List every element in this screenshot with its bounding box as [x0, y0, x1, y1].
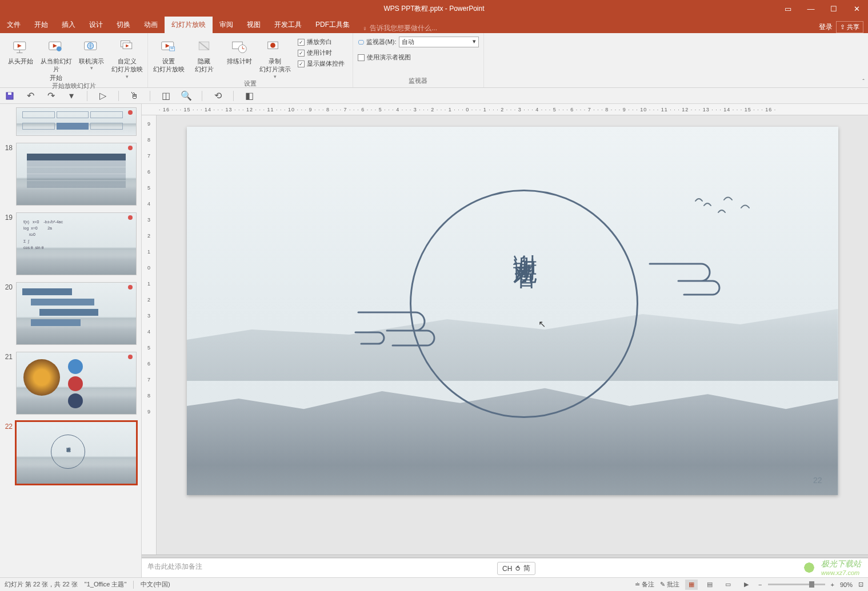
slide-sorter-view-button[interactable]: ▤: [703, 580, 716, 590]
fit-to-window-button[interactable]: ⊡: [858, 581, 863, 588]
redo-button[interactable]: ↷: [46, 91, 56, 101]
status-bar: 幻灯片 第 22 张，共 22 张 "1_Office 主题" 中文(中国) ≐…: [0, 577, 868, 591]
qat-customize-button[interactable]: ▾: [66, 91, 77, 101]
tab-insert[interactable]: 插入: [55, 17, 82, 33]
tab-transition[interactable]: 切换: [110, 17, 137, 33]
vertical-ruler[interactable]: 9876543210123456789: [142, 115, 157, 554]
record-icon: [266, 38, 284, 56]
cloud-decoration-left: [347, 304, 444, 352]
presenter-view-checkbox[interactable]: 使用演示者视图: [358, 53, 411, 62]
circle-decoration: [410, 190, 638, 418]
normal-view-button[interactable]: ▦: [685, 580, 698, 590]
birds-decoration: [690, 195, 770, 232]
hide-slide-button[interactable]: 隐藏 幻灯片: [188, 35, 220, 74]
slide-canvas-area[interactable]: 谢谢观看！ ↖ 22: [157, 115, 868, 554]
clock-icon: [230, 38, 249, 56]
svg-point-6: [57, 46, 62, 51]
title-bar: WPS PPT教程.pptx - PowerPoint ▭ — ☐ ✕: [0, 0, 868, 17]
monitor-select[interactable]: 自动 ▾: [399, 37, 479, 47]
thumbnail-22[interactable]: 22 谢谢观看: [0, 418, 141, 488]
undo-button[interactable]: ↶: [25, 91, 35, 101]
mouse-mode-button[interactable]: 🖱: [129, 91, 139, 101]
notes-toggle[interactable]: ≐ 备注: [635, 580, 654, 589]
tab-animation[interactable]: 动画: [137, 17, 165, 33]
chevron-down-icon: ▾: [473, 38, 476, 46]
share-icon: ⇪: [840, 23, 845, 30]
tab-design[interactable]: 设计: [82, 17, 110, 33]
svg-point-24: [270, 43, 275, 48]
share-button[interactable]: ⇪ 共享: [836, 21, 863, 33]
thumbnail-18[interactable]: 18: [0, 139, 141, 209]
watermark: 极光下载站 www.xz7.com: [801, 559, 861, 576]
checkbox-unchecked-icon: [358, 54, 365, 61]
ribbon: 从头开始 从当前幻灯片 开始 联机演示 ▾ 自定义 幻灯片放映: [0, 33, 868, 88]
reading-view-button[interactable]: ▭: [722, 580, 734, 590]
ime-indicator[interactable]: CH ⥀ 简: [497, 562, 535, 575]
collapse-ribbon-button[interactable]: ˆ: [862, 78, 865, 85]
tab-review[interactable]: 审阅: [213, 17, 240, 33]
slide-title-text[interactable]: 谢谢观看！: [507, 235, 543, 276]
tell-me-search[interactable]: ♀ 告诉我您想要做什么...: [362, 23, 437, 33]
hide-slide-icon: [195, 38, 213, 56]
rehearse-timings-button[interactable]: 排练计时: [223, 35, 255, 65]
thumbnail-21[interactable]: 21: [0, 348, 141, 418]
custom-slideshow-icon: [118, 38, 136, 56]
play-narrations-checkbox[interactable]: ✓ 播放旁白: [298, 38, 345, 46]
from-current-button[interactable]: 从当前幻灯片 开始: [40, 35, 72, 82]
monitor-icon: 🖵: [358, 39, 364, 46]
save-button[interactable]: [5, 91, 15, 101]
checkbox-checked-icon: ✓: [298, 50, 305, 57]
show-media-controls-checkbox[interactable]: ✓ 显示媒体控件: [298, 59, 345, 68]
tab-pdf[interactable]: PDF工具集: [309, 17, 357, 33]
setup-slideshow-button[interactable]: 设置 幻灯片放映: [153, 35, 185, 74]
qat-tool-3[interactable]: ⟲: [213, 91, 223, 101]
zoom-out-button[interactable]: −: [758, 581, 762, 588]
maximize-button[interactable]: ☐: [822, 0, 845, 17]
from-beginning-button[interactable]: 从头开始: [5, 35, 37, 65]
menu-tabs: 文件 开始 插入 设计 切换 动画 幻灯片放映 审阅 视图 开发工具 PDF工具…: [0, 17, 868, 33]
horizontal-ruler[interactable]: · 16 · · · 15 · · · 14 · · · 13 · · · 12…: [142, 104, 868, 115]
qat-tool-2[interactable]: 🔍: [181, 91, 191, 101]
start-slideshow-button[interactable]: ▷: [98, 91, 108, 101]
ime-icon: ⥀: [515, 565, 520, 573]
ribbon-options-icon[interactable]: ▭: [777, 0, 799, 17]
quick-access-toolbar: ↶ ↷ ▾ ▷ 🖱 ◫ 🔍 ⟲ ◧: [0, 88, 868, 104]
thumbnail-panel[interactable]: 18 19 f(x) x<0 -b±√b²-4aclog x=0 2a x≥0Σ…: [0, 104, 142, 577]
minimize-button[interactable]: —: [799, 0, 822, 17]
tab-view[interactable]: 视图: [240, 17, 267, 33]
lightbulb-icon: ♀: [362, 25, 367, 33]
notes-placeholder: 单击此处添加备注: [147, 562, 202, 570]
comments-toggle[interactable]: ✎ 批注: [660, 580, 679, 589]
ribbon-group-setup: 设置 幻灯片放映 隐藏 幻灯片 排练计时 录制 幻灯片演示 ▾: [148, 33, 353, 87]
custom-slideshow-button[interactable]: 自定义 幻灯片放映 ▾: [111, 35, 143, 79]
language-status[interactable]: 中文(中国): [141, 580, 170, 589]
zoom-level[interactable]: 90%: [840, 581, 853, 588]
slideshow-view-button[interactable]: ▶: [740, 580, 753, 590]
theme-name: "1_Office 主题": [85, 580, 127, 589]
window-title: WPS PPT教程.pptx - PowerPoint: [383, 4, 484, 14]
slide-editor: · 16 · · · 15 · · · 14 · · · 13 · · · 12…: [142, 104, 868, 577]
thumbnail-20[interactable]: 20: [0, 279, 141, 348]
qat-tool-4[interactable]: ◧: [244, 91, 254, 101]
tab-slideshow[interactable]: 幻灯片放映: [165, 17, 213, 33]
use-timings-checkbox[interactable]: ✓ 使用计时: [298, 49, 345, 57]
slide-counter[interactable]: 幻灯片 第 22 张，共 22 张: [5, 580, 78, 589]
zoom-in-button[interactable]: +: [831, 581, 834, 588]
login-link[interactable]: 登录: [819, 22, 833, 32]
tab-devtools[interactable]: 开发工具: [267, 17, 309, 33]
play-from-current-icon: [47, 38, 65, 56]
thumbnail-17[interactable]: [0, 104, 141, 139]
checkbox-checked-icon: ✓: [298, 39, 305, 46]
zoom-slider[interactable]: [768, 584, 825, 585]
tab-file[interactable]: 文件: [0, 17, 27, 33]
slide[interactable]: 谢谢观看！ ↖ 22: [187, 127, 838, 495]
slide-number: 22: [813, 476, 822, 485]
thumbnail-19[interactable]: 19 f(x) x<0 -b±√b²-4aclog x=0 2a x≥0Σ ∫c…: [0, 209, 141, 279]
close-button[interactable]: ✕: [845, 0, 868, 17]
watermark-logo-icon: [801, 559, 818, 576]
record-slideshow-button[interactable]: 录制 幻灯片演示 ▾: [259, 35, 291, 79]
chevron-down-icon: ▾: [90, 65, 93, 71]
qat-tool-1[interactable]: ◫: [161, 91, 171, 101]
tab-home[interactable]: 开始: [27, 17, 55, 33]
present-online-button[interactable]: 联机演示 ▾: [75, 35, 107, 71]
